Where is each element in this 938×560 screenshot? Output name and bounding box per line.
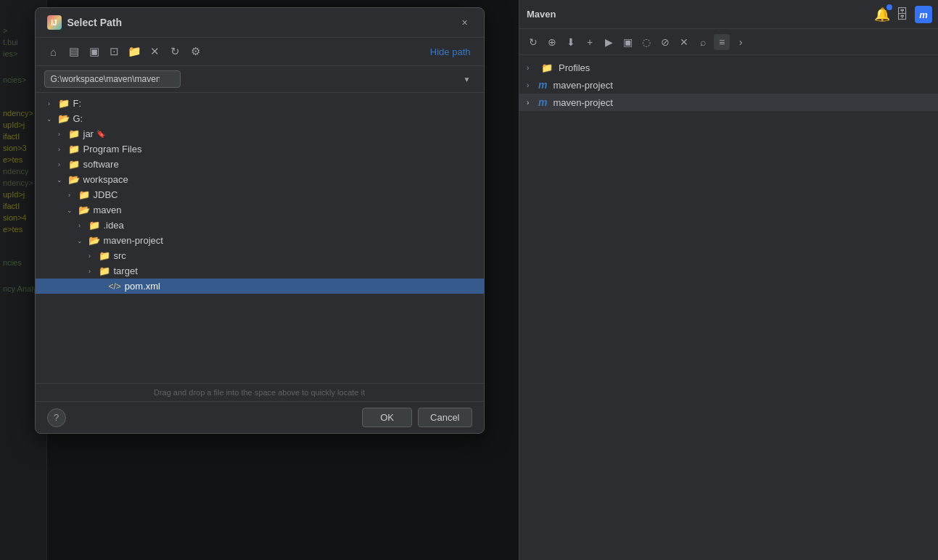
tree-item-jdbc[interactable]: › 📁 JDBC	[36, 187, 484, 202]
dialog-close-button[interactable]: ×	[458, 15, 472, 30]
expand-arrow-maven-project: ⌄	[75, 236, 85, 246]
maven-title: Maven	[527, 9, 556, 20]
project1-label: maven-project	[553, 80, 612, 91]
expand-arrow-jdbc: ›	[65, 190, 75, 200]
expand-arrow-program-files: ›	[54, 144, 65, 155]
ok-button[interactable]: OK	[362, 408, 412, 427]
maven-plus-btn[interactable]: +	[582, 34, 598, 50]
maven-toolbar: ↻ ⊕ ⬇ + ▶ ▣ ◌ ⊘ ✕ ⌕ ≡ ›	[519, 29, 938, 55]
top-right-icons: 🔔 🗄 m	[874, 6, 932, 23]
tree-label-jar: jar	[83, 128, 94, 139]
tree-item-workspace[interactable]: ⌄ 📂 workspace	[36, 172, 484, 187]
home-button[interactable]: ⌂	[44, 42, 63, 61]
tree-label-src: src	[114, 250, 126, 261]
tree-item-g-drive[interactable]: ⌄ 📂 G:	[36, 111, 484, 126]
maven-tree-project-1[interactable]: › m maven-project	[519, 76, 938, 94]
expand-arrow-src: ›	[85, 251, 95, 261]
tree-label-workspace: workspace	[83, 174, 128, 185]
tree-item-maven[interactable]: ⌄ 📂 maven	[36, 202, 484, 218]
database-icon[interactable]: 🗄	[896, 7, 909, 22]
xml-file-icon: </>	[109, 281, 121, 292]
maven-close-btn[interactable]: ✕	[676, 34, 692, 50]
project2-label: maven-project	[553, 97, 612, 108]
profiles-expand-arrow: ›	[527, 64, 535, 72]
app-icon: IJ	[47, 15, 62, 30]
new-folder-button[interactable]: 📁	[126, 42, 144, 61]
jar-badge: 🔖	[96, 130, 105, 138]
folder-icon-maven-project: 📂	[89, 235, 100, 246]
maven-add-btn[interactable]: ⊕	[544, 34, 560, 50]
maven-run-btn[interactable]: ▶	[601, 34, 617, 50]
dialog-toolbar: ⌂ ▤ ▣ ⊡ 📁 ✕ ↻ ⚙ Hide path	[36, 38, 484, 66]
tree-item-target[interactable]: › 📁 target	[36, 263, 484, 279]
folder-icon-software: 📁	[68, 159, 80, 170]
footer-buttons: OK Cancel	[362, 408, 472, 427]
path-input-container: ▼	[36, 66, 484, 93]
delete-button[interactable]: ✕	[146, 42, 165, 61]
tree-item-jar[interactable]: › 📁 jar 🔖	[36, 126, 484, 141]
tree-item-software[interactable]: › 📁 software	[36, 157, 484, 172]
folder-icon-program-files: 📁	[68, 144, 80, 155]
expand-arrow-f: ›	[44, 99, 54, 109]
expand-arrow-workspace: ⌄	[54, 175, 65, 185]
help-button[interactable]: ?	[47, 408, 66, 427]
tree-label-maven-project: maven-project	[104, 235, 163, 246]
select-path-dialog: IJ Select Path × ⌂ ▤ ▣ ⊡ 📁 ✕ ↻ ⚙ Hide pa…	[35, 7, 485, 434]
maven-tree-profiles[interactable]: › 📁 Profiles	[519, 59, 938, 76]
tree-item-program-files[interactable]: › 📁 Program Files	[36, 141, 484, 157]
view-list-button[interactable]: ▤	[65, 42, 83, 61]
tree-item-maven-project[interactable]: ⌄ 📂 maven-project	[36, 233, 484, 248]
path-dropdown-arrow-icon: ▼	[464, 75, 471, 83]
expand-arrow-target: ›	[85, 266, 95, 276]
view-detail-button[interactable]: ⊡	[105, 42, 124, 61]
maven-more-btn[interactable]: ›	[733, 34, 749, 50]
maven-panel: Maven ↻ ⊕ ⬇ + ▶ ▣ ◌ ⊘ ✕ ⌕ ≡ › › 📁 Profil…	[519, 0, 938, 560]
file-tree: › 📁 F: ⌄ 📂 G: › 📁 jar 🔖 › 📁 Progr	[36, 93, 484, 383]
maven-settings-btn[interactable]: ≡	[714, 34, 730, 50]
folder-icon-target: 📁	[99, 265, 110, 276]
folder-icon-g: 📂	[58, 113, 70, 124]
tree-item-pom-xml[interactable]: </> pom.xml	[36, 279, 484, 294]
tree-item-src[interactable]: › 📁 src	[36, 248, 484, 263]
notification-bell-container: 🔔	[874, 7, 890, 22]
folder-icon-maven: 📂	[78, 205, 90, 215]
drag-hint: Drag and drop a file into the space abov…	[36, 383, 484, 401]
expand-arrow-idea: ›	[75, 221, 85, 231]
folder-icon-jar: 📁	[68, 128, 80, 139]
profiles-label: Profiles	[559, 62, 590, 73]
tree-item-f-drive[interactable]: › 📁 F:	[36, 96, 484, 111]
expand-arrow-maven: ⌄	[65, 205, 75, 215]
maven-download-btn[interactable]: ⬇	[563, 34, 579, 50]
dialog-title-area: IJ Select Path	[47, 15, 122, 30]
notification-badge	[886, 4, 892, 10]
folder-icon-jdbc: 📁	[78, 189, 90, 200]
tree-label-idea: .idea	[104, 220, 124, 231]
tree-label-g: G:	[73, 113, 83, 124]
maven-view-btn[interactable]: ▣	[620, 34, 635, 50]
maven-search-btn[interactable]: ⌕	[695, 34, 711, 50]
tree-label-maven: maven	[94, 205, 122, 215]
expand-arrow-g: ⌄	[44, 114, 54, 124]
folder-icon-workspace: 📂	[68, 174, 80, 185]
dialog-overlay: IJ Select Path × ⌂ ▤ ▣ ⊡ 📁 ✕ ↻ ⚙ Hide pa…	[0, 0, 519, 560]
expand-arrow-software: ›	[54, 160, 65, 170]
cancel-button[interactable]: Cancel	[418, 408, 472, 427]
maven-refresh-btn[interactable]: ↻	[525, 34, 541, 50]
tree-label-software: software	[83, 159, 119, 170]
view-grid-button[interactable]: ▣	[85, 42, 104, 61]
dialog-titlebar: IJ Select Path ×	[36, 8, 484, 38]
tree-label-pom: pom.xml	[125, 281, 160, 292]
tree-item-idea[interactable]: › 📁 .idea	[36, 218, 484, 233]
maven-m-panel-icon[interactable]: m	[915, 6, 932, 23]
refresh-button[interactable]: ↻	[166, 42, 185, 61]
tree-label-jdbc: JDBC	[94, 189, 118, 200]
tree-label-f: F:	[73, 98, 82, 109]
hide-path-button[interactable]: Hide path	[426, 44, 475, 60]
maven-tree-project-2[interactable]: › m maven-project	[519, 94, 938, 111]
path-input[interactable]	[44, 70, 181, 88]
settings-button[interactable]: ⚙	[186, 42, 205, 61]
dialog-footer: ? OK Cancel	[36, 401, 484, 433]
maven-skip-btn[interactable]: ◌	[638, 34, 654, 50]
expand-arrow-jar: ›	[54, 129, 65, 139]
maven-ignore-btn[interactable]: ⊘	[657, 34, 673, 50]
